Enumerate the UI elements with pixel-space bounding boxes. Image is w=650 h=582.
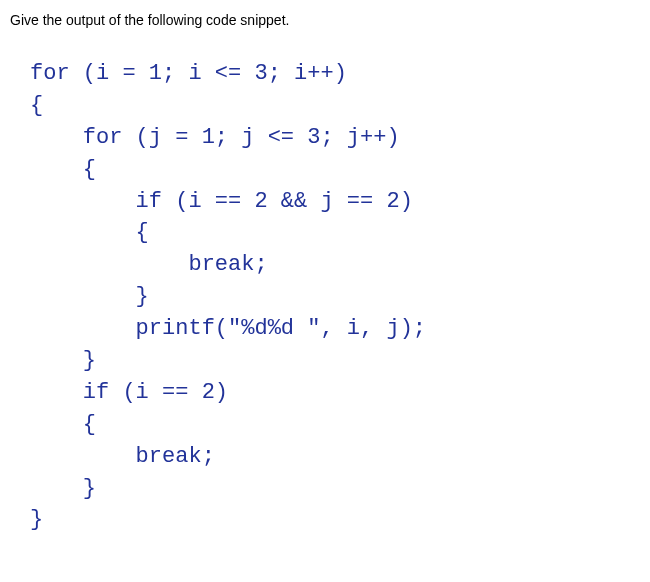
code-snippet: for (i = 1; i <= 3; i++) { for (j = 1; j…	[10, 58, 640, 536]
code-line: for (i = 1; i <= 3; i++)	[30, 61, 347, 86]
code-line: }	[30, 507, 43, 532]
code-line: {	[30, 412, 96, 437]
code-line: printf("%d%d ", i, j);	[30, 316, 426, 341]
code-line: {	[30, 220, 149, 245]
code-line: {	[30, 157, 96, 182]
code-line: break;	[30, 252, 268, 277]
code-line: break;	[30, 444, 215, 469]
code-line: }	[30, 476, 96, 501]
code-line: if (i == 2 && j == 2)	[30, 189, 413, 214]
question-text: Give the output of the following code sn…	[10, 12, 640, 28]
code-line: }	[30, 284, 149, 309]
code-line: for (j = 1; j <= 3; j++)	[30, 125, 400, 150]
code-line: {	[30, 93, 43, 118]
code-line: }	[30, 348, 96, 373]
code-line: if (i == 2)	[30, 380, 228, 405]
